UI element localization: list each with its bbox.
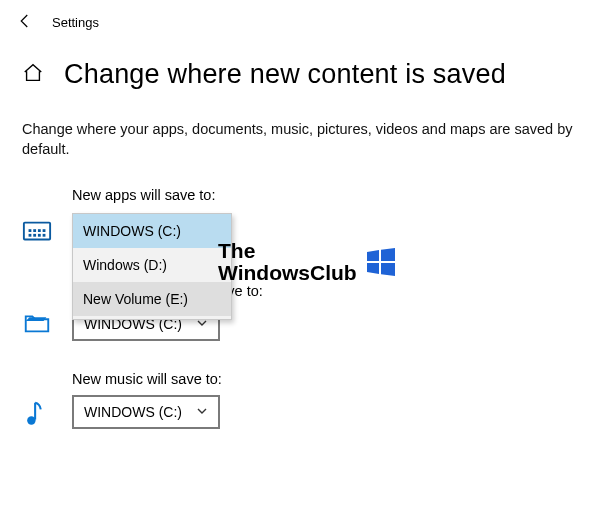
watermark: The WindowsClub [218, 240, 397, 284]
music-combobox[interactable]: WINDOWS (C:) [72, 395, 220, 429]
apps-icon [22, 217, 52, 247]
svg-rect-2 [33, 234, 36, 237]
svg-rect-4 [43, 234, 46, 237]
watermark-line2: WindowsClub [218, 262, 357, 284]
page-title: Change where new content is saved [64, 59, 506, 90]
chevron-down-icon [196, 405, 208, 420]
page-description: Change where your apps, documents, music… [0, 98, 600, 159]
svg-rect-8 [43, 229, 46, 232]
back-button[interactable] [16, 12, 40, 33]
music-value: WINDOWS (C:) [84, 404, 182, 420]
topbar-title: Settings [52, 15, 99, 30]
documents-icon [22, 307, 52, 337]
music-icon [22, 399, 52, 429]
dropdown-option[interactable]: WINDOWS (C:) [73, 214, 231, 248]
watermark-text: The WindowsClub [218, 240, 357, 284]
watermark-line1: The [218, 240, 357, 262]
music-label: New music will save to: [72, 371, 578, 387]
svg-rect-0 [24, 223, 50, 240]
windows-logo-icon [365, 246, 397, 278]
svg-point-9 [27, 416, 35, 424]
svg-rect-7 [38, 229, 41, 232]
svg-rect-6 [33, 229, 36, 232]
section-music: New music will save to: WINDOWS (C:) [0, 371, 600, 429]
dropdown-option[interactable]: Windows (D:) [73, 248, 231, 282]
svg-rect-3 [38, 234, 41, 237]
apps-label: New apps will save to: [72, 187, 578, 203]
home-icon [22, 62, 50, 87]
section-apps: New apps will save to: WINDOWS (C:) Wind… [0, 187, 600, 203]
dropdown-option[interactable]: New Volume (E:) [73, 282, 231, 316]
svg-rect-5 [29, 229, 32, 232]
svg-rect-1 [29, 234, 32, 237]
apps-dropdown-list[interactable]: WINDOWS (C:) Windows (D:) New Volume (E:… [72, 213, 232, 320]
